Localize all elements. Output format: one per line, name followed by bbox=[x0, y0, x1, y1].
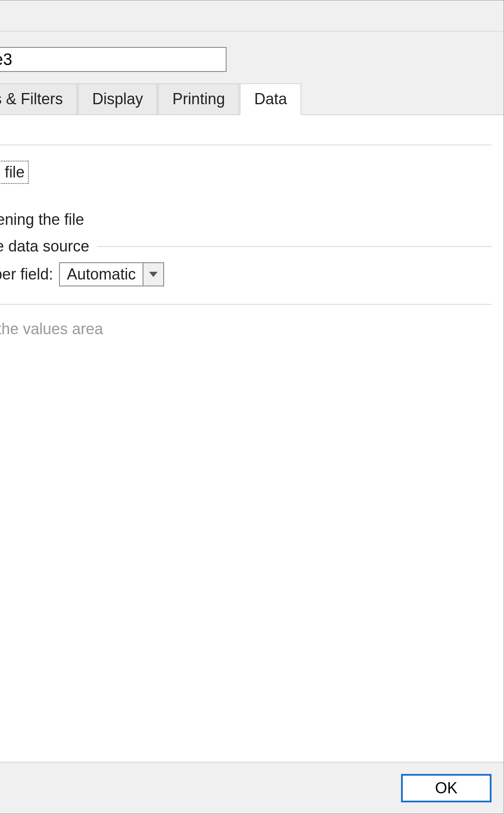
group-whatif-analysis: ysis bbox=[0, 295, 492, 313]
group-retain-items: deleted from the data source bbox=[0, 237, 492, 255]
dialog-footer: fessor cel OK bbox=[0, 762, 504, 814]
dialog-title: ions bbox=[0, 0, 504, 31]
retain-items-value: Automatic bbox=[60, 263, 143, 286]
group-retain-items-label: deleted from the data source bbox=[0, 237, 89, 255]
pivottable-name-row: ne: bbox=[0, 31, 504, 83]
group-pivottable-data: ata bbox=[0, 136, 492, 154]
retain-items-select[interactable]: Automatic bbox=[59, 262, 164, 286]
checkbox-refresh-on-open[interactable]: data when opening the file bbox=[0, 211, 492, 229]
checkbox-refresh-on-open-label: data when opening the file bbox=[0, 211, 84, 228]
retain-items-row: items to retain per field: Automatic bbox=[0, 262, 492, 286]
checkbox-save-source-data[interactable]: urce data with file bbox=[0, 161, 492, 184]
tabs-row: mat Totals & Filters Display Printing Da… bbox=[0, 83, 504, 115]
tab-data[interactable]: Data bbox=[240, 84, 301, 115]
tab-totals-filters[interactable]: Totals & Filters bbox=[0, 84, 77, 115]
divider bbox=[0, 145, 492, 145]
pivottable-name-input[interactable] bbox=[0, 47, 227, 72]
ok-button[interactable]: OK bbox=[401, 774, 492, 802]
tab-data-panel: ata urce data with file show details dat… bbox=[0, 115, 504, 762]
chevron-down-icon bbox=[149, 272, 158, 277]
checkbox-enable-cell-editing: cell editing in the values area bbox=[0, 320, 492, 338]
tab-display[interactable]: Display bbox=[78, 84, 157, 115]
retain-items-label: items to retain per field: bbox=[0, 265, 53, 283]
divider bbox=[97, 246, 492, 247]
retain-items-dropdown-button[interactable] bbox=[143, 263, 163, 286]
divider bbox=[0, 304, 492, 304]
pivottable-options-dialog: ions ne: mat Totals & Filters Display Pr… bbox=[0, 0, 504, 814]
tab-printing[interactable]: Printing bbox=[158, 84, 239, 115]
checkbox-enable-cell-editing-label: cell editing in the values area bbox=[0, 320, 103, 338]
checkbox-save-source-data-label: urce data with file bbox=[0, 161, 29, 184]
checkbox-enable-show-details[interactable]: show details bbox=[0, 188, 492, 206]
